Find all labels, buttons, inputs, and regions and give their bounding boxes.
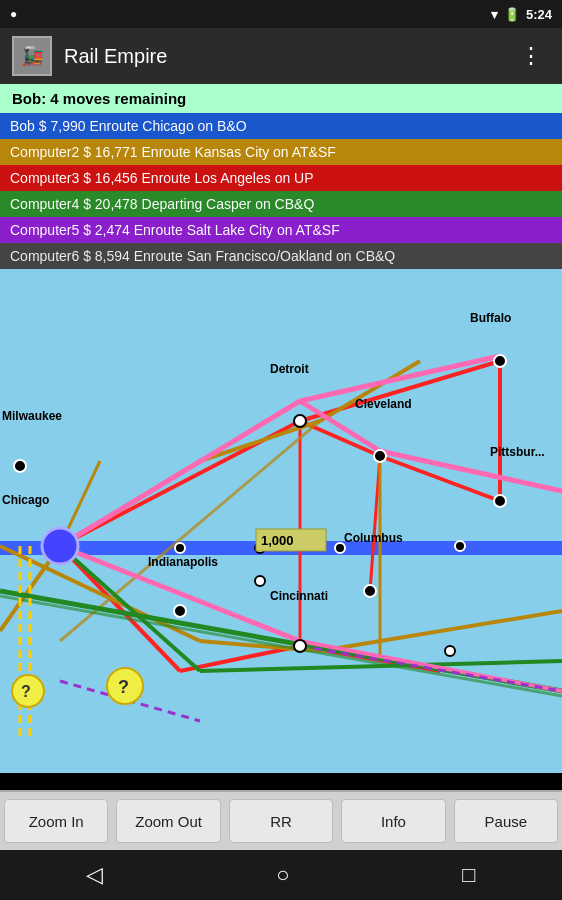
status-left: ● bbox=[10, 7, 17, 21]
player-row-2: Computer3 $ 16,456 Enroute Los Angeles o… bbox=[0, 165, 562, 191]
moves-text: Bob: 4 moves remaining bbox=[12, 90, 186, 107]
svg-point-40 bbox=[494, 495, 506, 507]
recent-button[interactable]: □ bbox=[442, 854, 495, 896]
svg-point-36 bbox=[494, 355, 506, 367]
svg-text:?: ? bbox=[118, 677, 129, 697]
toolbar-btn-zoom-in[interactable]: Zoom In bbox=[4, 799, 108, 843]
status-right: ▾ 🔋 5:24 bbox=[491, 7, 552, 22]
svg-point-38 bbox=[374, 450, 386, 462]
svg-text:1,000: 1,000 bbox=[261, 533, 294, 548]
nav-bar: ◁○□ bbox=[0, 850, 562, 900]
toolbar-btn-info[interactable]: Info bbox=[341, 799, 445, 843]
svg-point-37 bbox=[294, 415, 306, 427]
title-bar: 🚂 Rail Empire ⋮ bbox=[0, 28, 562, 84]
time-display: 5:24 bbox=[526, 7, 552, 22]
player-row-5: Computer6 $ 8,594 Enroute San Francisco/… bbox=[0, 243, 562, 269]
home-button[interactable]: ○ bbox=[256, 854, 309, 896]
player-row-1: Computer2 $ 16,771 Enroute Kansas City o… bbox=[0, 139, 562, 165]
status-bar: ● ▾ 🔋 5:24 bbox=[0, 0, 562, 28]
bottom-toolbar: Zoom InZoom OutRRInfoPause bbox=[0, 790, 562, 850]
player-list: Bob $ 7,990 Enroute Chicago on B&OComput… bbox=[0, 113, 562, 269]
notification-icon: ● bbox=[10, 7, 17, 21]
svg-point-43 bbox=[174, 605, 186, 617]
back-button[interactable]: ◁ bbox=[66, 854, 123, 896]
menu-icon[interactable]: ⋮ bbox=[512, 39, 550, 73]
svg-point-39 bbox=[14, 460, 26, 472]
battery-icon: 🔋 bbox=[504, 7, 520, 22]
svg-point-41 bbox=[42, 528, 78, 564]
moves-banner: Bob: 4 moves remaining bbox=[0, 84, 562, 113]
svg-point-42 bbox=[364, 585, 376, 597]
map-area[interactable]: 1,000 ? ? Buffalo Detroit Cleveland Milw… bbox=[0, 269, 562, 773]
wifi-icon: ▾ bbox=[491, 7, 498, 22]
svg-point-50 bbox=[335, 543, 345, 553]
toolbar-btn-zoom-out[interactable]: Zoom Out bbox=[116, 799, 220, 843]
app-icon: 🚂 bbox=[12, 36, 52, 76]
player-row-0: Bob $ 7,990 Enroute Chicago on B&O bbox=[0, 113, 562, 139]
app-title: Rail Empire bbox=[64, 45, 500, 68]
svg-point-49 bbox=[445, 646, 455, 656]
svg-point-45 bbox=[175, 543, 185, 553]
toolbar-btn-pause[interactable]: Pause bbox=[454, 799, 558, 843]
toolbar-btn-rr[interactable]: RR bbox=[229, 799, 333, 843]
map-svg: 1,000 ? ? bbox=[0, 269, 562, 773]
svg-point-44 bbox=[294, 640, 306, 652]
player-row-4: Computer5 $ 2,474 Enroute Salt Lake City… bbox=[0, 217, 562, 243]
svg-point-47 bbox=[455, 541, 465, 551]
svg-text:?: ? bbox=[21, 683, 31, 700]
svg-point-46 bbox=[255, 576, 265, 586]
player-row-3: Computer4 $ 20,478 Departing Casper on C… bbox=[0, 191, 562, 217]
